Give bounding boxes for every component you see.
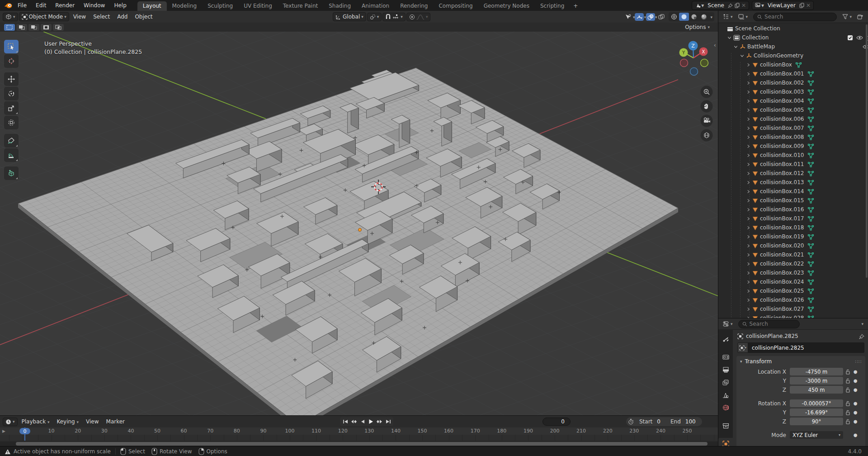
outliner-filter[interactable]: ▾ [840, 13, 854, 20]
expand-closed-icon[interactable] [746, 89, 750, 95]
tab-layout[interactable]: Layout [137, 1, 167, 11]
outliner-item-name[interactable]: collisionBox.028 [760, 315, 804, 318]
tool-scale[interactable] [4, 101, 19, 115]
outliner-row[interactable]: collisionBox.019 [718, 232, 868, 241]
expand-closed-icon[interactable] [746, 170, 750, 176]
timeline-editor-type[interactable]: ▾ [3, 418, 18, 426]
properties-search[interactable]: Search [738, 320, 800, 328]
select-mode-intersect[interactable] [53, 24, 64, 31]
expand-closed-icon[interactable] [746, 98, 750, 104]
expand-closed-icon[interactable] [746, 161, 750, 167]
timeline-scrollbar-handle[interactable] [16, 442, 708, 446]
tool-add-cube[interactable] [4, 166, 19, 180]
sidebar-collapse-icon[interactable]: ‹ [714, 42, 716, 48]
outliner-scrollbar[interactable] [866, 24, 868, 278]
outliner-row[interactable]: collisionBox [718, 60, 868, 69]
viewport-menu-add[interactable]: Add [113, 13, 131, 21]
collection-checkbox[interactable] [847, 34, 853, 41]
outliner-item-name[interactable]: collisionBox.027 [760, 306, 804, 312]
properties-options-icon[interactable]: ▾ [861, 322, 866, 326]
outliner-item-name[interactable]: collisionBox.015 [760, 197, 804, 204]
outliner-row[interactable]: collisionBox.022 [718, 259, 868, 268]
jump-to-end-button[interactable] [384, 418, 392, 426]
timeline-track[interactable] [0, 435, 718, 441]
outliner-row[interactable]: collisionBox.025 [718, 286, 868, 295]
viewport-menu-object[interactable]: Object [131, 13, 156, 21]
outliner-item-name[interactable]: Scene Collection [735, 25, 780, 32]
pivot-point[interactable]: ▾ [367, 13, 382, 21]
outliner-item-name[interactable]: collisionBox.004 [760, 98, 804, 104]
transform-value-field[interactable]: -16.699° [790, 408, 843, 416]
outliner-row[interactable]: collisionBox.017 [718, 214, 868, 223]
outliner-row[interactable]: collisionBox.018 [718, 223, 868, 232]
play-button[interactable] [367, 418, 375, 426]
outliner-row[interactable]: CollisionGeometry [718, 51, 868, 60]
outliner-row[interactable]: collisionBox.010 [718, 151, 868, 160]
viewport-menu-select[interactable]: Select [90, 13, 113, 21]
tool-cursor[interactable] [4, 54, 19, 68]
outliner-item-name[interactable]: collisionBox.016 [760, 206, 804, 213]
animate-dot-icon[interactable]: ● [852, 387, 859, 392]
outliner-item-name[interactable]: collisionBox [760, 62, 792, 68]
outliner-item-name[interactable]: collisionBox.024 [760, 279, 804, 285]
outliner-search[interactable]: Search [753, 13, 837, 21]
expand-open-icon[interactable] [727, 34, 731, 41]
properties-tab-collection[interactable] [718, 420, 733, 432]
properties-tab-tool[interactable] [718, 333, 733, 345]
menu-render[interactable]: Render [51, 2, 79, 9]
next-keyframe-button[interactable] [375, 418, 384, 426]
expand-closed-icon[interactable] [746, 80, 750, 86]
outliner-row[interactable]: collisionBox.027 [718, 304, 868, 314]
outliner-item-name[interactable]: collisionBox.002 [760, 80, 804, 86]
outliner-row[interactable]: collisionBox.020 [718, 241, 868, 250]
outliner-item-name[interactable]: collisionBox.003 [760, 89, 804, 95]
tool-annotate[interactable] [4, 134, 19, 147]
shading-wireframe[interactable] [669, 13, 679, 21]
menu-help[interactable]: Help [109, 2, 131, 9]
add-workspace-button[interactable]: + [570, 1, 581, 11]
expand-closed-icon[interactable] [746, 152, 750, 158]
copy-viewlayer-icon[interactable] [798, 3, 805, 8]
expand-closed-icon[interactable] [746, 279, 750, 285]
properties-tab-output[interactable] [718, 364, 733, 375]
play-reverse-button[interactable] [358, 418, 367, 426]
expand-closed-icon[interactable] [746, 242, 750, 249]
outliner-row[interactable]: collisionBox.015 [718, 196, 868, 205]
outliner-row[interactable]: collisionBox.001 [718, 69, 868, 78]
jump-to-start-button[interactable] [341, 418, 349, 426]
timeline-ruler[interactable]: 1020304050607080901001101201301401501601… [0, 428, 718, 435]
tab-shading[interactable]: Shading [323, 1, 356, 11]
tool-rotate[interactable] [4, 87, 19, 100]
outliner-item-name[interactable]: collisionBox.012 [760, 170, 804, 176]
outliner-item-name[interactable]: collisionBox.020 [760, 242, 804, 249]
transform-value-field[interactable]: -3000 m [790, 377, 843, 385]
viewlayer-name[interactable]: ViewLayer [765, 2, 798, 9]
object-name-input[interactable]: collisionPlane.2825 [748, 342, 864, 353]
current-frame-field[interactable]: 0 [542, 418, 571, 426]
xray-toggle[interactable] [657, 13, 666, 21]
outliner-item-name[interactable]: collisionBox.022 [760, 261, 804, 267]
lock-icon[interactable] [843, 378, 852, 384]
transform-value-field[interactable]: -0.000057° [790, 399, 843, 407]
outliner-item-name[interactable]: collisionBox.009 [760, 143, 804, 149]
properties-editor-type[interactable]: ▾ [721, 320, 735, 328]
outliner-row[interactable]: collisionBox.012 [718, 169, 868, 178]
shading-rendered[interactable] [699, 13, 709, 21]
options-button[interactable]: Options ▾ [681, 23, 713, 31]
outliner-row[interactable]: collisionBox.014 [718, 187, 868, 196]
outliner-item-name[interactable]: collisionBox.011 [760, 161, 804, 167]
animate-dot-icon[interactable]: ● [852, 419, 859, 424]
tab-compositing[interactable]: Compositing [433, 1, 478, 11]
tab-sculpting[interactable]: Sculpting [202, 1, 238, 11]
expand-closed-icon[interactable] [746, 188, 750, 195]
expand-closed-icon[interactable] [746, 107, 750, 113]
expand-closed-icon[interactable] [746, 62, 750, 68]
pin-icon[interactable] [727, 3, 734, 8]
outliner-item-name[interactable]: collisionBox.013 [760, 179, 804, 185]
tab-uv-editing[interactable]: UV Editing [238, 1, 278, 11]
outliner-item-name[interactable]: collisionBox.001 [760, 71, 804, 77]
expand-closed-icon[interactable] [746, 270, 750, 276]
scene-canvas[interactable]: ZYX [0, 32, 718, 415]
timeline-scrollbar[interactable] [0, 442, 718, 446]
overlays-toggle[interactable] [646, 13, 655, 21]
